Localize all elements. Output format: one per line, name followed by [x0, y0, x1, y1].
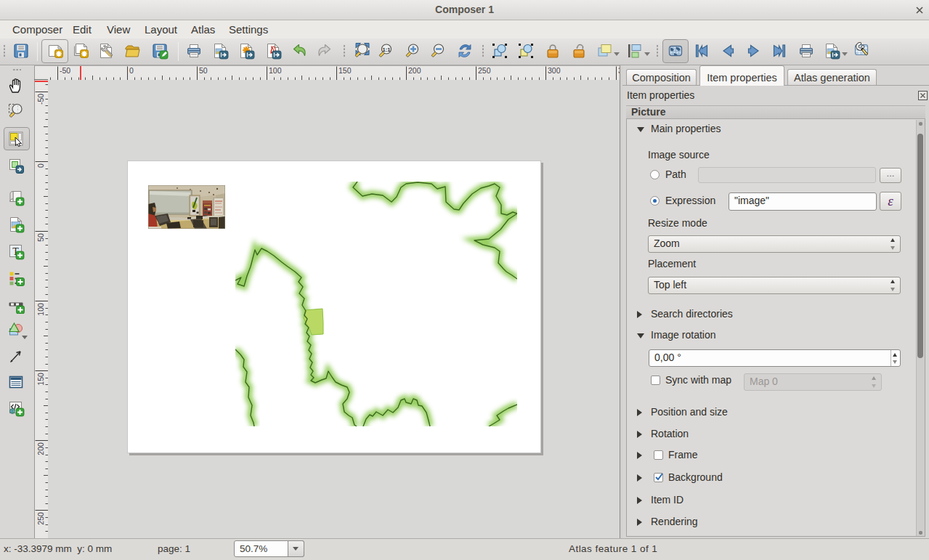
svg-text:250: 250 — [36, 512, 45, 525]
svg-text:50: 50 — [36, 233, 45, 242]
svg-text:-50: -50 — [36, 94, 45, 105]
svg-text:150: 150 — [36, 373, 45, 386]
svg-text:300: 300 — [548, 66, 561, 75]
svg-text:250: 250 — [478, 66, 491, 75]
svg-text:100: 100 — [269, 66, 282, 75]
svg-text:200: 200 — [408, 66, 421, 75]
svg-text:0: 0 — [36, 163, 45, 168]
svg-text:150: 150 — [338, 66, 352, 75]
svg-text:-50: -50 — [60, 66, 70, 75]
svg-text:1:1: 1:1 — [383, 46, 391, 53]
svg-text:200: 200 — [36, 442, 45, 455]
svg-text:100: 100 — [36, 303, 45, 316]
svg-text:0: 0 — [129, 66, 134, 75]
svg-text:50: 50 — [199, 66, 208, 75]
